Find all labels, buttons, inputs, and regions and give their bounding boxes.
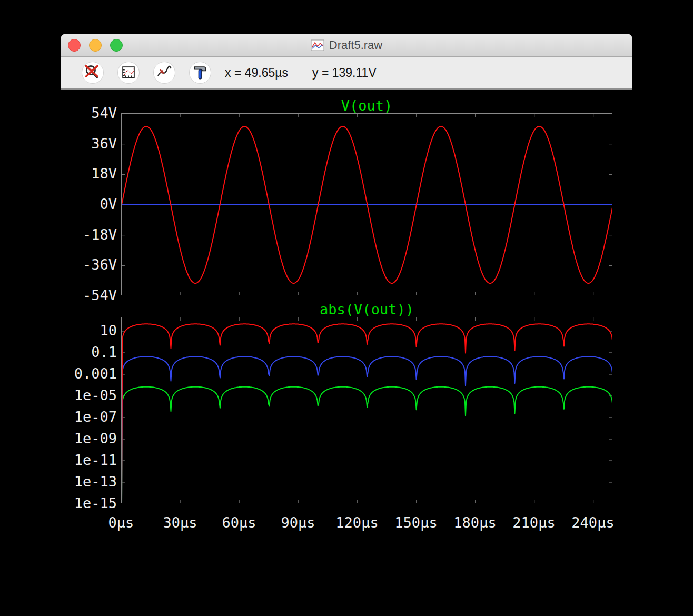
fullscreen-button[interactable]	[110, 39, 123, 52]
y-tick-label: 0.001	[74, 367, 117, 381]
titlebar[interactable]: Draft5.raw	[61, 34, 632, 57]
pane1-title: V(out)	[121, 98, 612, 113]
x-tick-label: 210µs	[512, 515, 555, 530]
x-tick-label: 120µs	[335, 515, 378, 530]
y-tick-label: 1e-13	[74, 475, 117, 489]
window-title-group: Draft5.raw	[311, 38, 382, 52]
autorange-button[interactable]	[117, 62, 140, 84]
y-tick-label: 54V	[91, 106, 117, 120]
y-tick-label: 1e-11	[74, 453, 117, 467]
autorange-axes-icon	[118, 63, 138, 83]
pane2-title: abs(V(out))	[121, 302, 612, 316]
y-tick-label: 0.1	[91, 345, 117, 359]
cursor-y-readout: y = 139.11V	[312, 66, 377, 80]
abs-vout-plot-pane[interactable]	[121, 317, 612, 503]
x-tick-label: 180µs	[453, 515, 496, 530]
y-axis-labels: 54V 36V 18V 0V -18V -36V -54V 10 0.1 0.0…	[61, 90, 117, 550]
waveform-doc-icon	[311, 39, 324, 51]
y-tick-label: -54V	[83, 289, 117, 302]
y-tick-label: 18V	[91, 167, 117, 181]
y-tick-label: 0V	[100, 197, 117, 211]
y-tick-label: 10	[100, 324, 117, 337]
vout-plot-pane[interactable]	[121, 113, 612, 295]
x-tick-label: 150µs	[394, 515, 437, 530]
y-tick-label: 1e-15	[74, 496, 117, 510]
close-button[interactable]	[68, 39, 81, 52]
plot-settings-icon	[154, 63, 174, 83]
plot-area: V(out) abs(V(out)) 54V 36V 18V 0V -18V -…	[61, 90, 632, 550]
minimize-button[interactable]	[89, 39, 102, 52]
x-axis-labels: 0µs 30µs 60µs 90µs 120µs 150µs 180µs 210…	[121, 515, 612, 533]
y-tick-label: 1e-05	[74, 389, 117, 402]
x-tick-label: 60µs	[222, 515, 256, 530]
zoom-cancel-button[interactable]	[82, 62, 104, 84]
y-tick-label: 36V	[91, 137, 117, 151]
x-tick-label: 30µs	[163, 515, 197, 530]
x-tick-label: 0µs	[108, 515, 134, 530]
waveform-viewer-window: Draft5.raw	[61, 34, 632, 550]
y-tick-label: 1e-07	[74, 410, 117, 424]
cursor-x-readout: x = 49.65µs	[225, 66, 288, 80]
traffic-lights	[68, 39, 123, 52]
x-tick-label: 240µs	[571, 515, 614, 530]
tools-button[interactable]	[189, 62, 211, 84]
window-title: Draft5.raw	[329, 38, 382, 52]
hammer-icon	[190, 63, 210, 83]
plot-settings-button[interactable]	[153, 62, 175, 84]
y-tick-label: 1e-09	[74, 432, 117, 445]
y-tick-label: -36V	[83, 258, 117, 272]
x-tick-label: 90µs	[281, 515, 315, 530]
toolbar: x = 49.65µs y = 139.11V	[61, 57, 632, 90]
zoom-cancel-icon	[83, 63, 103, 83]
y-tick-label: -18V	[83, 228, 117, 242]
